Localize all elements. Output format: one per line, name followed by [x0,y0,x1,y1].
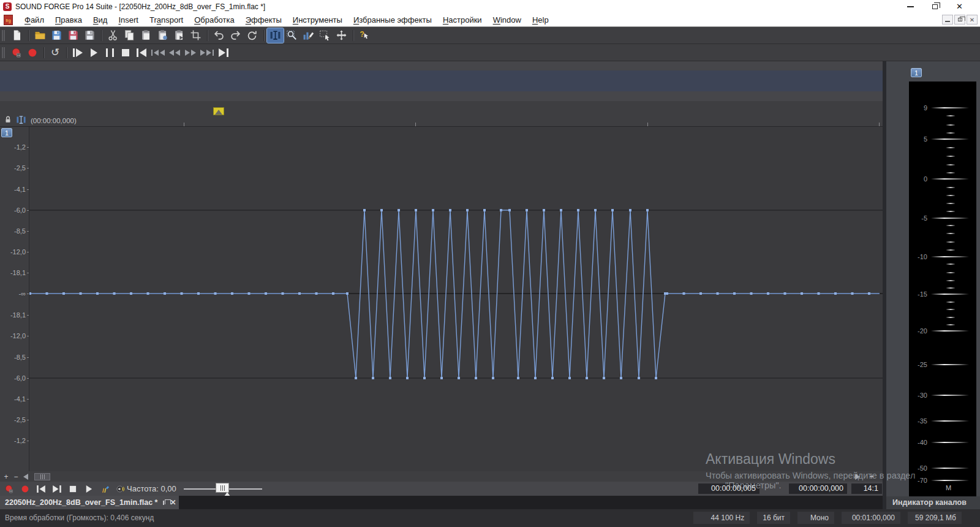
whats-this-help-button[interactable]: ? [356,28,373,43]
event-tool-button[interactable] [333,28,350,43]
scroll-left-icon[interactable] [21,472,31,480]
redo-button[interactable] [227,28,244,43]
audition-button[interactable] [114,483,127,495]
play-button[interactable] [82,483,96,495]
loop-playback-button[interactable]: ↺ [47,46,63,59]
undo-button[interactable] [211,28,227,43]
meter-minor-tick [946,317,955,318]
record-remote-button[interactable] [9,46,24,59]
toolbar-grip[interactable] [2,30,5,41]
mdi-close-icon[interactable]: ✕ [967,15,978,25]
save-as-button[interactable] [65,28,81,43]
paste-to-new-button[interactable] [171,28,187,43]
meter-minor-tick [946,249,955,251]
menu-вид[interactable]: Вид [88,15,113,25]
hscroll-thumb[interactable] [34,473,50,480]
db-scale-label: -6,0 [14,374,26,382]
menu-insert[interactable]: Insert [113,15,144,25]
time-display-1[interactable]: 00:00:00,005 [698,483,760,494]
menu-transport[interactable]: Transport [144,15,189,25]
meter-scale-label: -15 [909,290,927,298]
db-scale-label: -4,1 [14,395,26,403]
paste-special-button[interactable] [154,28,171,43]
pause-button[interactable] [102,46,118,59]
record-button[interactable] [24,46,40,59]
previous-marker-button[interactable] [149,46,167,59]
meter-minor-tick [946,309,955,310]
transport-toolbar-grip[interactable] [2,47,5,58]
next-marker-button[interactable] [198,46,216,59]
time-display-3[interactable]: 14:1 [851,483,882,494]
stop-button[interactable] [118,46,134,59]
channel-badge[interactable]: 1 [1,128,12,137]
minimize-icon[interactable] [907,6,914,7]
go-to-start-button[interactable] [134,46,149,59]
go-to-start-button[interactable] [34,483,48,495]
go-to-end-button[interactable] [216,46,232,59]
menu-файл[interactable]: Файл [19,15,50,25]
meter-minor-tick [946,241,955,243]
save-all-button[interactable] [81,28,98,43]
mdi-restore-icon[interactable] [954,15,965,25]
level-meter[interactable]: 950-5-10-15-20-25-30-35-40-50-70 M [909,82,976,496]
edit-tool-icon[interactable] [16,115,26,124]
transport-toolbar: ↺ [0,44,980,61]
selection-button[interactable] [317,28,333,43]
cut-button[interactable] [105,28,121,43]
play-all-button[interactable] [70,46,86,59]
stop-button[interactable] [66,483,80,495]
forward-button[interactable] [183,46,198,59]
pencil-edit-button[interactable] [300,28,317,43]
meter-major-tick [931,218,969,219]
menu-правка[interactable]: Правка [50,15,88,25]
menu-инструменты[interactable]: Инструменты [287,15,348,25]
frequency-slider-thumb[interactable] [216,483,229,493]
record-remote-button[interactable] [2,483,16,495]
meter-major-tick [931,480,969,481]
repeat-button[interactable] [244,28,260,43]
scroll-right-icon[interactable] [853,472,862,480]
zoom-out-time-button[interactable]: − [11,472,21,480]
zoom-in-button[interactable]: + [867,472,876,480]
copy-button[interactable] [121,28,138,43]
open-button[interactable] [32,28,48,43]
go-to-end-button[interactable] [50,483,64,495]
menu-настройки[interactable]: Настройки [437,15,488,25]
play-button[interactable] [86,46,102,59]
magnify-button[interactable] [284,28,300,43]
ruler-tick [184,123,184,126]
ruler-header[interactable]: (00:00:00,000) [0,101,883,127]
meter-major-tick [931,420,969,422]
playbar-buttons [1,482,129,496]
record-button[interactable] [18,483,32,495]
menu-эффекты[interactable]: Эффекты [240,15,287,25]
menu-window[interactable]: Window [488,15,527,25]
menu-обработка[interactable]: Обработка [189,15,240,25]
meter-mono-label: M [946,484,951,491]
meter-minor-tick [946,225,955,226]
close-icon[interactable]: ✕ [956,3,963,10]
drop-marker-icon[interactable] [213,107,224,115]
meter-channel-badge[interactable]: 1 [911,68,922,77]
menu-help[interactable]: Help [527,15,554,25]
scrub-button[interactable] [98,483,111,495]
lock-icon[interactable] [4,115,12,124]
db-scale-tick [27,294,29,294]
mdi-minimize-icon[interactable] [942,15,953,25]
trim-button[interactable] [187,28,204,43]
paste-button[interactable] [138,28,154,43]
new-file-button[interactable] [9,28,25,43]
menu-bar: frg ФайлПравкаВидInsertTransportОбработк… [0,13,980,27]
rewind-button[interactable] [167,46,183,59]
tab-restore-icon[interactable] [163,501,164,505]
edit-tool-button[interactable] [267,28,284,43]
save-button[interactable] [48,28,65,43]
time-display-2[interactable]: 00:00:00,000 [789,483,847,494]
restore-icon[interactable] [932,4,938,9]
menu-избранные-эффекты[interactable]: Избранные эффекты [348,15,437,25]
db-scale-label: -1,2 [14,143,26,151]
document-tab[interactable]: 22050Hz_200Hz_8dB_over_FS_1min.flac * ✕ [0,496,179,509]
meter-major-tick [931,178,969,180]
waveform-canvas[interactable] [29,127,883,471]
zoom-in-time-button[interactable]: + [1,472,11,480]
